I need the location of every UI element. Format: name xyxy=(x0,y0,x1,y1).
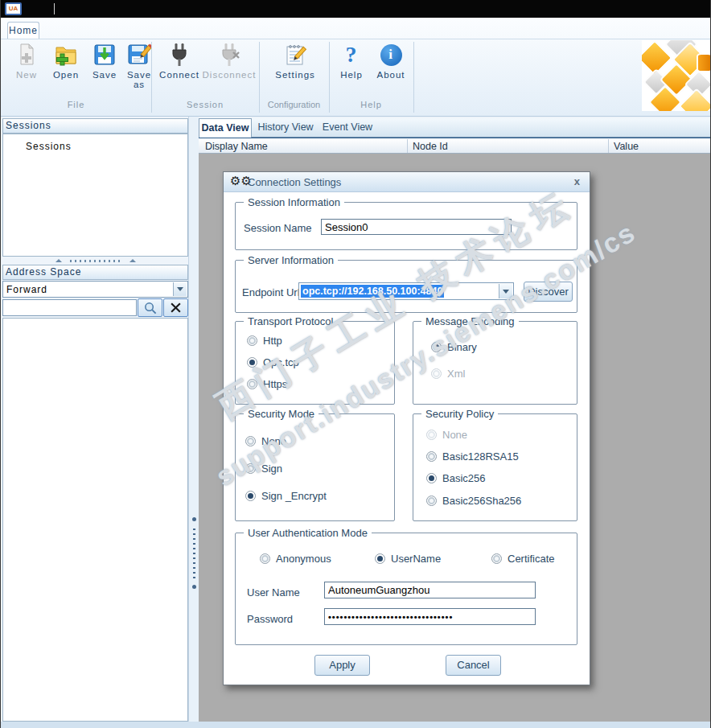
radio-anonymous[interactable]: Anonymous xyxy=(260,553,331,565)
radio-icon xyxy=(426,430,437,440)
radio-icon xyxy=(247,335,257,346)
quick-access-separator xyxy=(54,3,55,14)
ribbon-tab-divider xyxy=(1,39,711,39)
security-policy-legend: Security Policy xyxy=(421,408,498,420)
disconnect-button[interactable]: Disconnect xyxy=(202,42,257,80)
radio-icon xyxy=(245,463,256,474)
radio-basic128rsa15[interactable]: Basic128RSA15 xyxy=(426,450,519,463)
message-encoding-group: Message Encoding Binary Xml xyxy=(413,321,577,405)
radio-https[interactable]: Https xyxy=(247,378,287,390)
apply-button[interactable]: Apply xyxy=(314,655,370,676)
help-button[interactable]: ? Help xyxy=(334,42,369,80)
radio-http[interactable]: Http xyxy=(247,335,282,347)
radio-mode-none[interactable]: None xyxy=(245,435,286,447)
status-strip xyxy=(1,722,711,728)
radio-label: Opc.tcp xyxy=(263,356,299,368)
save-as-button[interactable]: Save as xyxy=(123,42,155,89)
discover-button[interactable]: Discover xyxy=(524,282,573,302)
splitter-arrow-icon xyxy=(55,259,62,262)
settings-notepad-icon xyxy=(282,42,308,68)
radio-icon xyxy=(491,553,502,564)
splitter-grip xyxy=(193,527,195,578)
sessions-tree-panel[interactable]: Sessions xyxy=(2,134,188,257)
horizontal-splitter[interactable] xyxy=(2,257,188,265)
security-policy-group: Security Policy None Basic128RSA15 Basic… xyxy=(413,413,577,521)
radio-label: Https xyxy=(263,378,287,390)
column-separator[interactable] xyxy=(608,139,609,153)
app-icon[interactable]: UA xyxy=(5,2,22,15)
endpoint-url-combobox[interactable]: opc.tcp://192.168.50.100:4840 xyxy=(298,282,514,300)
clear-search-button[interactable] xyxy=(163,298,188,317)
open-folder-icon xyxy=(53,42,79,68)
user-authentication-legend: User Authentication Mode xyxy=(244,527,372,539)
tab-data-view[interactable]: Data View xyxy=(199,118,252,138)
radio-opc-tcp[interactable]: Opc.tcp xyxy=(247,356,299,368)
browse-direction-combobox[interactable]: Forward xyxy=(2,281,188,298)
column-node-id[interactable]: Node Id xyxy=(413,141,448,152)
radio-label: Basic256 xyxy=(442,472,485,484)
radio-label: Http xyxy=(263,335,282,347)
group-separator xyxy=(413,42,414,113)
radio-username[interactable]: UserName xyxy=(375,553,441,565)
help-group-label: Help xyxy=(329,100,413,111)
cancel-button[interactable]: Cancel xyxy=(446,655,501,676)
about-info-icon: i xyxy=(378,42,404,68)
open-button[interactable]: Open xyxy=(47,42,84,80)
about-button[interactable]: i About xyxy=(372,42,409,80)
address-space-tree-panel[interactable] xyxy=(2,318,188,722)
session-information-group: Session Information Session Name xyxy=(235,202,577,250)
radio-sign-encrypt[interactable]: Sign _Encrypt xyxy=(245,490,327,502)
new-button[interactable]: New xyxy=(9,42,44,80)
radio-xml[interactable]: Xml xyxy=(431,368,465,380)
settings-button[interactable]: Settings xyxy=(266,42,324,80)
radio-icon xyxy=(245,436,256,446)
search-icon xyxy=(143,301,157,315)
help-label: Help xyxy=(340,70,363,80)
radio-icon xyxy=(426,496,437,506)
save-as-floppy-pencil-icon xyxy=(126,42,152,68)
radio-binary[interactable]: Binary xyxy=(431,341,477,353)
column-value[interactable]: Value xyxy=(614,141,639,152)
endpoint-dropdown-button[interactable] xyxy=(499,284,512,298)
server-information-legend: Server Information xyxy=(244,254,338,266)
dialog-title-bar[interactable]: ⚙⚙ Connection Settings x xyxy=(224,172,590,192)
new-label: New xyxy=(16,70,37,80)
app-logo xyxy=(642,40,711,111)
radio-label: Anonymous xyxy=(276,553,331,565)
radio-label: Basic128RSA15 xyxy=(442,450,519,463)
radio-icon xyxy=(431,342,442,352)
about-label: About xyxy=(376,70,405,80)
vertical-splitter[interactable] xyxy=(188,117,199,722)
tab-history-view[interactable]: History View xyxy=(255,118,316,138)
radio-sign[interactable]: Sign xyxy=(245,463,282,475)
address-search-input[interactable] xyxy=(2,299,137,316)
dialog-close-button[interactable]: x xyxy=(574,175,580,187)
tab-event-view[interactable]: Event View xyxy=(319,118,376,138)
connect-button[interactable]: Connect xyxy=(158,42,200,80)
user-name-input[interactable] xyxy=(324,582,536,598)
user-name-label: User Name xyxy=(247,586,300,598)
radio-basic256sha256[interactable]: Basic256Sha256 xyxy=(426,495,521,507)
data-grid-header[interactable]: Display Name Node Id Value xyxy=(199,138,711,154)
radio-label: Xml xyxy=(447,368,465,380)
radio-policy-none[interactable]: None xyxy=(426,429,467,441)
search-button[interactable] xyxy=(138,298,162,317)
connect-plug-icon xyxy=(166,42,192,68)
session-name-input[interactable] xyxy=(321,219,512,235)
radio-certificate[interactable]: Certificate xyxy=(491,553,555,565)
password-input[interactable] xyxy=(324,608,536,625)
save-button[interactable]: Save xyxy=(88,42,121,80)
column-separator[interactable] xyxy=(407,139,408,153)
radio-icon xyxy=(247,379,257,389)
browse-direction-value: Forward xyxy=(6,284,47,295)
radio-icon xyxy=(247,357,257,368)
combobox-dropdown-button[interactable] xyxy=(173,282,187,296)
chevron-down-icon xyxy=(503,290,509,294)
column-display-name[interactable]: Display Name xyxy=(205,141,268,152)
tab-home[interactable]: Home xyxy=(7,22,39,39)
tree-node-sessions[interactable]: Sessions xyxy=(26,141,72,152)
radio-icon xyxy=(375,553,385,564)
radio-basic256[interactable]: Basic256 xyxy=(426,472,485,484)
splitter-knob xyxy=(192,517,196,521)
save-as-label: Save as xyxy=(123,70,155,89)
